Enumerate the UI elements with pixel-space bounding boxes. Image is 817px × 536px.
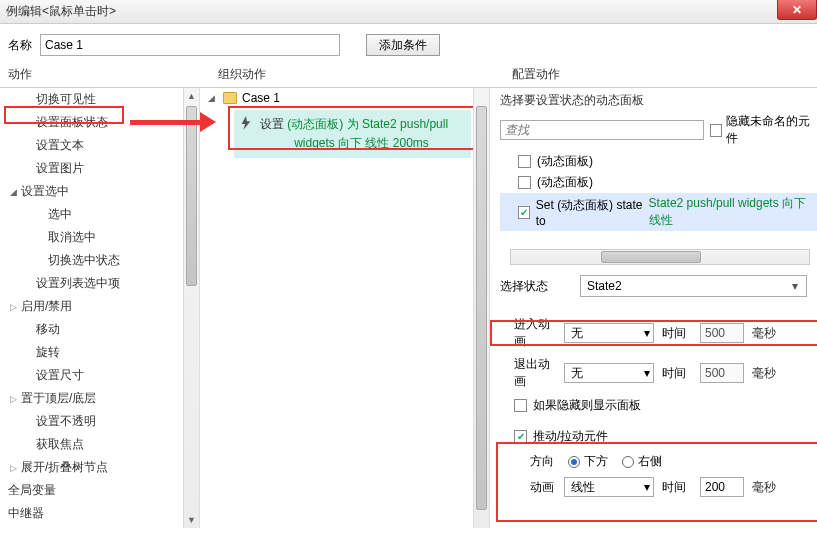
push-anim-combo[interactable]: 线性 ▾: [564, 477, 654, 497]
case-name-input[interactable]: [40, 34, 340, 56]
tree-item[interactable]: 设置尺寸: [0, 364, 199, 387]
panel-label: Set (动态面板) state to: [536, 197, 643, 228]
exit-time-label: 时间: [662, 365, 692, 382]
enter-anim-label: 进入动画: [500, 316, 556, 350]
panel-label: (动态面板): [537, 153, 593, 170]
action-prefix: 设置: [260, 117, 287, 131]
tree-item[interactable]: 设置文本: [0, 134, 199, 157]
close-button[interactable]: ✕: [777, 0, 817, 20]
scroll-thumb[interactable]: [476, 106, 487, 510]
hide-unnamed-label: 隐藏未命名的元件: [726, 113, 817, 147]
enter-time-input: [700, 323, 744, 343]
dir-below-option[interactable]: 下方: [568, 453, 608, 470]
tree-item[interactable]: 中继器: [0, 502, 199, 525]
tree-item[interactable]: 切换可见性: [0, 88, 199, 111]
chevron-down-icon: ▾: [644, 326, 650, 340]
name-label: 名称: [8, 37, 32, 54]
push-time-label: 时间: [662, 479, 692, 496]
actions-tree[interactable]: 切换可见性设置面板状态设置文本设置图片设置选中选中取消选中切换选中状态设置列表选…: [0, 88, 200, 528]
svg-marker-0: [242, 116, 251, 130]
dir-below-radio[interactable]: [568, 456, 580, 468]
action-green: (动态面板) 为 State2 push/pull: [287, 117, 448, 131]
panel-checkbox[interactable]: [518, 176, 531, 189]
panel-label: (动态面板): [537, 174, 593, 191]
config-panel: 选择要设置状态的动态面板 隐藏未命名的元件 (动态面板)(动态面板)Set (动…: [490, 88, 817, 528]
tree-item[interactable]: 启用/禁用: [0, 295, 199, 318]
bolt-icon: [240, 116, 252, 130]
dir-right-radio[interactable]: [622, 456, 634, 468]
enter-time-label: 时间: [662, 325, 692, 342]
chevron-down-icon: ▾: [644, 366, 650, 380]
dir-below-label: 下方: [584, 453, 608, 470]
tree-item[interactable]: 置于顶层/底层: [0, 387, 199, 410]
tree-item[interactable]: 设置列表选中项: [0, 272, 199, 295]
action-node[interactable]: 设置 (动态面板) 为 State2 push/pull widgets 向下 …: [234, 110, 471, 158]
left-scrollbar[interactable]: ▲ ▼: [183, 88, 199, 528]
show-if-hidden-option[interactable]: 如果隐藏则显示面板: [500, 393, 817, 418]
exit-anim-label: 退出动画: [500, 356, 556, 390]
push-pull-option[interactable]: 推动/拉动元件: [500, 424, 817, 449]
action-line2: widgets 向下 线性 200ms: [260, 135, 463, 152]
tree-item[interactable]: 移动: [0, 318, 199, 341]
direction-label: 方向: [530, 453, 554, 470]
panel-checkbox[interactable]: [518, 155, 531, 168]
tree-item[interactable]: 设置选中: [0, 180, 199, 203]
tree-item[interactable]: 选中: [0, 203, 199, 226]
hide-unnamed-checkbox[interactable]: [710, 124, 722, 137]
close-icon: ✕: [792, 3, 802, 17]
exit-unit: 毫秒: [752, 365, 776, 382]
tree-item[interactable]: 取消选中: [0, 226, 199, 249]
show-if-hidden-checkbox[interactable]: [514, 399, 527, 412]
enter-anim-combo[interactable]: 无 ▾: [564, 323, 654, 343]
panel-checkbox[interactable]: [518, 206, 530, 219]
panel-item[interactable]: (动态面板): [500, 172, 817, 193]
scroll-up-icon[interactable]: ▲: [184, 88, 199, 104]
show-if-hidden-label: 如果隐藏则显示面板: [533, 397, 641, 414]
push-anim-value: 线性: [571, 479, 595, 496]
select-state-combo[interactable]: State2 ▾: [580, 275, 807, 297]
panel-item[interactable]: Set (动态面板) state to State2 push/pull wid…: [500, 193, 817, 231]
enter-anim-value: 无: [571, 325, 583, 342]
dir-right-label: 右侧: [638, 453, 662, 470]
tree-item[interactable]: 设置图片: [0, 157, 199, 180]
push-pull-label: 推动/拉动元件: [533, 428, 608, 445]
dir-right-option[interactable]: 右侧: [622, 453, 662, 470]
h-scrollbar[interactable]: [510, 249, 810, 265]
tree-item[interactable]: 展开/折叠树节点: [0, 456, 199, 479]
push-time-input[interactable]: [700, 477, 744, 497]
enter-unit: 毫秒: [752, 325, 776, 342]
search-input[interactable]: [500, 120, 704, 140]
exit-anim-combo[interactable]: 无 ▾: [564, 363, 654, 383]
exit-time-input: [700, 363, 744, 383]
chevron-down-icon: ▾: [787, 279, 803, 293]
config-select-label: 选择要设置状态的动态面板: [500, 92, 817, 109]
mid-scrollbar[interactable]: [473, 88, 489, 528]
select-state-value: State2: [587, 279, 622, 293]
scroll-thumb[interactable]: [601, 251, 701, 263]
tree-item[interactable]: 获取焦点: [0, 433, 199, 456]
push-anim-label: 动画: [516, 479, 556, 496]
header-config-actions: 配置动作: [502, 66, 560, 83]
tree-item[interactable]: 其他: [0, 525, 199, 528]
exit-anim-value: 无: [571, 365, 583, 382]
tree-item[interactable]: 旋转: [0, 341, 199, 364]
tree-item[interactable]: 设置不透明: [0, 410, 199, 433]
push-pull-checkbox[interactable]: [514, 430, 527, 443]
scroll-thumb[interactable]: [186, 106, 197, 286]
hide-unnamed-option[interactable]: 隐藏未命名的元件: [710, 113, 817, 147]
add-condition-button[interactable]: 添加条件: [366, 34, 440, 56]
panel-label-green: State2 push/pull widgets 向下 线性: [649, 195, 813, 229]
panel-item[interactable]: (动态面板): [500, 151, 817, 172]
tree-item[interactable]: 切换选中状态: [0, 249, 199, 272]
scroll-down-icon[interactable]: ▼: [184, 512, 199, 528]
folder-icon: [223, 92, 237, 104]
header-org-actions: 组织动作: [212, 66, 502, 83]
case-actions-panel: Case 1 设置 (动态面板) 为 State2 push/pull widg…: [200, 88, 490, 528]
window-title: 例编辑<鼠标单击时>: [6, 3, 116, 20]
tree-item[interactable]: 全局变量: [0, 479, 199, 502]
case-node[interactable]: Case 1: [200, 88, 489, 108]
chevron-down-icon: ▾: [644, 480, 650, 494]
push-unit: 毫秒: [752, 479, 776, 496]
header-actions: 动作: [0, 66, 212, 83]
tree-item[interactable]: 设置面板状态: [0, 111, 199, 134]
